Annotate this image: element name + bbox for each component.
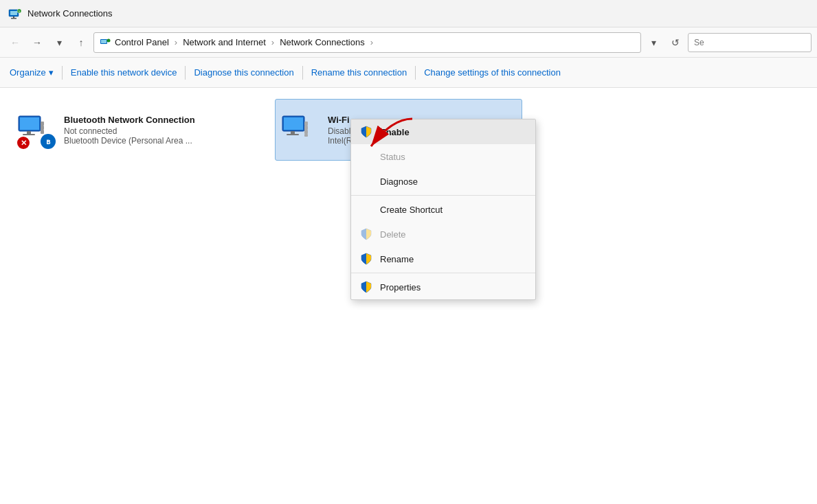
shield-enable-icon: [360, 126, 372, 138]
ctx-delete-label: Delete: [380, 229, 406, 240]
bluetooth-device: Bluetooth Device (Personal Area ...: [64, 136, 252, 146]
window-title: Network Connections: [27, 8, 113, 19]
svg-rect-15: [41, 122, 44, 126]
svg-rect-12: [23, 134, 35, 135]
enable-device-button[interactable]: Enable this network device: [64, 60, 184, 85]
app-icon: N: [8, 7, 22, 21]
enable-shield-icon: [359, 125, 373, 139]
bluetooth-icon-wrap: ✕ ʙ: [17, 111, 56, 149]
svg-rect-21: [304, 130, 308, 134]
ctx-rename-label: Rename: [380, 254, 414, 264]
refresh-button[interactable]: ↺: [666, 33, 685, 52]
up-button[interactable]: ↑: [71, 33, 91, 52]
address-bar: ← → ▾ ↑ Control Panel › Network and Inte…: [0, 27, 817, 58]
dropdown-address-button[interactable]: ▾: [644, 33, 663, 52]
change-settings-label: Change settings of this connection: [424, 67, 561, 78]
shield-delete-icon: [360, 228, 372, 240]
ctx-enable-label: Enable: [380, 127, 410, 137]
svg-rect-3: [11, 18, 16, 19]
svg-rect-13: [41, 130, 44, 134]
svg-rect-17: [284, 117, 303, 130]
ctx-shortcut-spacer: [359, 203, 373, 216]
ctx-diagnose[interactable]: Diagnose: [351, 169, 535, 194]
wifi-icon: [281, 111, 314, 144]
diagnose-button[interactable]: Diagnose this connection: [187, 60, 300, 85]
diagnose-label: Diagnose this connection: [194, 67, 293, 78]
svg-rect-2: [13, 16, 14, 18]
disconnected-badge: ✕: [17, 137, 30, 149]
ctx-status-spacer: [359, 150, 373, 163]
toolbar-sep-3: [302, 66, 303, 80]
svg-rect-19: [287, 134, 299, 135]
ctx-status: Status: [351, 144, 535, 169]
bluetooth-name: Bluetooth Network Connection: [64, 115, 252, 125]
organize-label: Organize: [10, 67, 46, 78]
svg-rect-14: [41, 126, 44, 130]
ctx-shortcut-label: Create Shortcut: [380, 205, 443, 215]
bluetooth-status: Not connected: [64, 126, 252, 136]
rename-button[interactable]: Rename this connection: [304, 60, 414, 85]
ctx-delete: Delete: [351, 222, 535, 247]
bluetooth-connection-card[interactable]: ✕ ʙ Bluetooth Network Connection Not con…: [11, 99, 258, 161]
ctx-enable[interactable]: Enable: [351, 119, 535, 144]
toolbar-sep-1: [62, 66, 63, 80]
organize-button[interactable]: Organize ▾: [3, 60, 60, 85]
ctx-properties-label: Properties: [380, 282, 421, 293]
bluetooth-badge: ʙ: [41, 134, 56, 149]
enable-label: Enable this network device: [71, 67, 177, 78]
svg-rect-10: [20, 117, 39, 130]
toolbar-sep-2: [185, 66, 186, 80]
wifi-icon-wrap: [281, 111, 320, 149]
svg-rect-22: [304, 126, 308, 130]
delete-shield-icon: [359, 227, 373, 241]
toolbar-sep-4: [415, 66, 416, 80]
svg-rect-1: [10, 11, 17, 15]
forward-button[interactable]: →: [27, 33, 47, 52]
title-bar: N Network Connections: [0, 0, 817, 27]
rename-shield-icon: [359, 252, 373, 266]
rename-label: Rename this connection: [311, 67, 407, 78]
main-content: ✕ ʙ Bluetooth Network Connection Not con…: [0, 88, 817, 504]
organize-arrow: ▾: [49, 67, 54, 78]
ctx-status-label: Status: [380, 152, 405, 162]
svg-rect-20: [304, 134, 308, 137]
svg-rect-23: [304, 122, 308, 126]
svg-rect-11: [27, 131, 31, 134]
svg-point-8: [107, 38, 111, 42]
change-settings-button[interactable]: Change settings of this connection: [417, 60, 568, 85]
ctx-diagnose-spacer: [359, 174, 373, 188]
shield-properties-icon: [360, 281, 372, 293]
ctx-sep-2: [351, 273, 535, 273]
svg-rect-7: [101, 40, 107, 43]
bluetooth-info: Bluetooth Network Connection Not connect…: [64, 115, 252, 146]
address-box[interactable]: Control Panel › Network and Internet › N…: [93, 32, 641, 53]
shield-rename-icon: [360, 253, 372, 265]
context-menu: Enable Status Diagnose Create Shortcut: [350, 119, 536, 300]
search-input[interactable]: [688, 33, 812, 52]
properties-shield-icon: [359, 280, 373, 294]
svg-rect-18: [291, 131, 295, 134]
ctx-sep-1: [351, 195, 535, 196]
svg-text:N: N: [19, 10, 21, 13]
dropdown-button[interactable]: ▾: [49, 33, 69, 52]
toolbar: Organize ▾ Enable this network device Di…: [0, 58, 817, 88]
address-icon: [100, 37, 111, 48]
ctx-properties[interactable]: Properties: [351, 275, 535, 299]
ctx-rename[interactable]: Rename: [351, 247, 535, 271]
ctx-create-shortcut[interactable]: Create Shortcut: [351, 197, 535, 222]
ctx-diagnose-label: Diagnose: [380, 176, 418, 187]
back-button[interactable]: ←: [5, 33, 25, 52]
